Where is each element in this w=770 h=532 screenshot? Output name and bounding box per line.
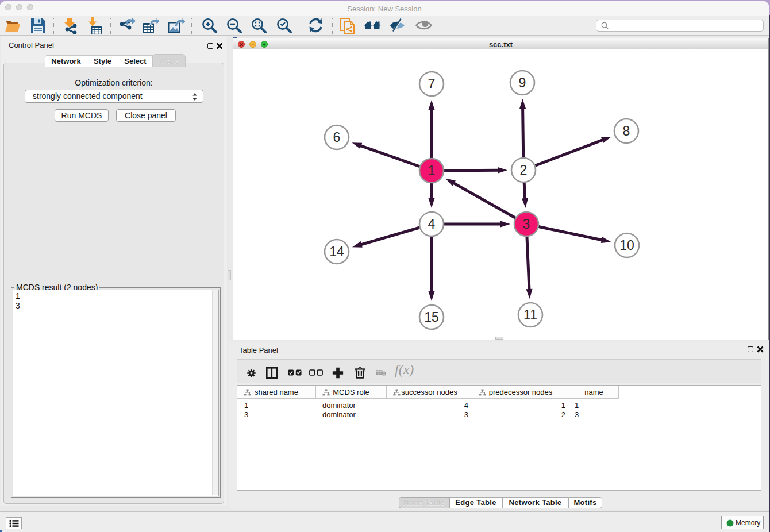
- svg-text:6: 6: [333, 130, 341, 145]
- svg-text:10: 10: [619, 238, 634, 253]
- svg-text:1: 1: [428, 163, 436, 178]
- svg-text:2: 2: [520, 163, 528, 178]
- svg-text:3: 3: [523, 217, 530, 232]
- svg-text:4: 4: [428, 217, 436, 232]
- svg-text:14: 14: [329, 244, 344, 259]
- svg-text:11: 11: [523, 307, 537, 322]
- svg-text:9: 9: [519, 75, 526, 90]
- svg-text:8: 8: [623, 124, 630, 138]
- svg-text:15: 15: [424, 310, 439, 325]
- svg-text:7: 7: [428, 76, 436, 91]
